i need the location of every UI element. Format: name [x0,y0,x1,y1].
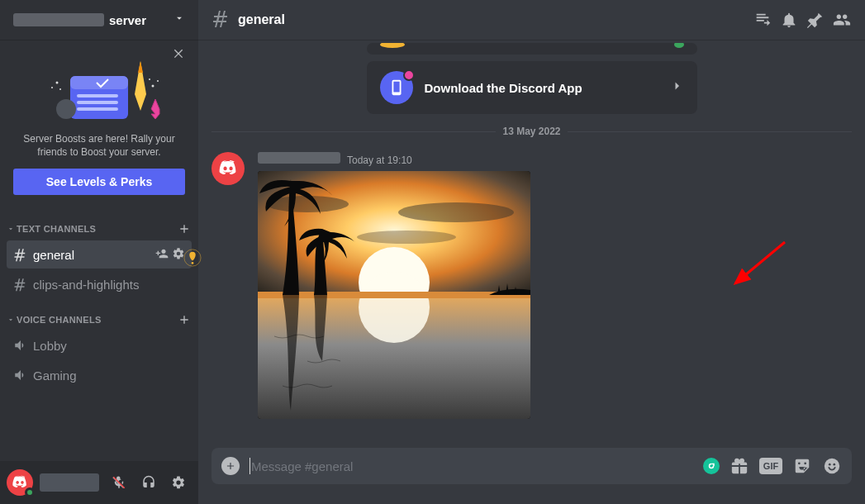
close-icon[interactable] [172,46,185,63]
speaker-icon [13,368,28,383]
user-avatar[interactable] [7,469,33,496]
server-name-redacted [13,13,104,26]
message-attachment-image[interactable] [258,171,530,419]
composer-inner[interactable]: Message #general GIF [211,448,852,484]
members-icon[interactable] [832,10,852,30]
channel-name: Gaming [33,368,77,383]
svg-rect-4 [77,107,118,111]
svg-point-13 [157,80,159,82]
svg-point-23 [357,231,456,244]
chat-header: general [198,0,865,40]
channel-clips-and-highlights[interactable]: clips-and-highlights [7,270,192,298]
download-app-card[interactable]: Download the Discord App [367,61,697,114]
svg-point-10 [51,87,53,88]
server-header[interactable]: server [0,0,198,40]
voice-channel-lobby[interactable]: Lobby [7,331,192,359]
composer: Message #general GIF [198,448,865,504]
threads-icon[interactable] [753,10,772,30]
boost-card: Server Boosts are here! Rally your frien… [7,40,192,208]
deafen-icon[interactable] [135,469,162,496]
voice-channel-gaming[interactable]: Gaming [7,361,192,389]
message-input[interactable]: Message #general [250,458,693,474]
svg-point-22 [398,202,514,222]
date-divider: 13 May 2022 [211,126,852,137]
message-input-placeholder: Message #general [251,459,353,473]
mute-icon[interactable] [106,469,132,496]
boost-button[interactable]: See Levels & Perks [13,169,185,195]
svg-point-29 [825,459,839,473]
chevron-right-icon [669,78,684,97]
app-icon [380,71,413,104]
svg-marker-8 [151,99,159,119]
voice-channels-header[interactable]: VOICE CHANNELS [0,299,198,330]
gif-button[interactable]: GIF [759,458,782,474]
hash-icon [13,247,28,262]
user-settings-icon[interactable] [165,469,192,496]
speaker-icon [13,338,28,353]
sticker-icon[interactable] [792,456,812,476]
channel-name: Lobby [33,339,67,353]
channel-name: general [33,248,74,262]
svg-rect-1 [70,76,128,89]
channel-general[interactable]: general [7,240,192,269]
message-avatar[interactable] [211,152,245,185]
svg-rect-3 [77,101,118,104]
svg-point-16 [192,262,194,264]
svg-point-12 [152,85,154,88]
gift-icon[interactable] [730,456,749,476]
server-sidebar: server [0,0,198,504]
chevron-down-icon [173,12,185,27]
text-channels-header[interactable]: TEXT CHANNELS [0,208,198,240]
hash-icon [13,277,28,292]
voice-channels-label: VOICE CHANNELS [17,315,102,325]
svg-point-30 [829,464,831,466]
hash-icon [211,8,231,31]
status-online-icon [25,487,35,497]
server-name-suffix: server [109,13,146,27]
svg-rect-19 [393,82,399,93]
channel-name: clips-and-highlights [33,278,139,292]
channel-title: general [238,12,285,27]
text-channels-label: TEXT CHANNELS [17,224,96,234]
boost-description: Server Boosts are here! Rally your frien… [13,132,185,159]
invite-icon[interactable] [155,247,169,263]
username-redacted [40,473,99,492]
chat-body: Download the Discord App 13 May 2022 Tod… [198,40,865,448]
boost-art [13,53,185,127]
svg-point-5 [56,99,76,119]
notifications-icon[interactable] [779,10,799,30]
svg-point-11 [59,88,61,90]
svg-point-31 [833,464,835,466]
emoji-icon[interactable] [822,456,842,476]
message: Today at 19:10 [198,149,865,422]
add-voice-channel-icon[interactable] [177,312,192,327]
grammarly-icon[interactable] [703,458,720,474]
chat-main: general Download the Discord [198,0,865,504]
svg-point-9 [56,82,59,84]
message-author-redacted [258,152,340,164]
add-channel-icon[interactable] [177,221,192,236]
message-timestamp: Today at 19:10 [347,155,412,166]
download-app-label: Download the Discord App [425,81,658,95]
ping-badge-icon [403,69,415,81]
pinned-icon[interactable] [806,10,825,30]
svg-rect-2 [77,94,118,97]
card-partial[interactable] [367,43,697,55]
date-divider-label: 13 May 2022 [502,126,560,137]
svg-point-26 [359,272,430,343]
svg-marker-7 [138,61,143,73]
user-panel [0,461,198,504]
attach-icon[interactable] [221,457,240,475]
svg-point-14 [149,78,150,80]
